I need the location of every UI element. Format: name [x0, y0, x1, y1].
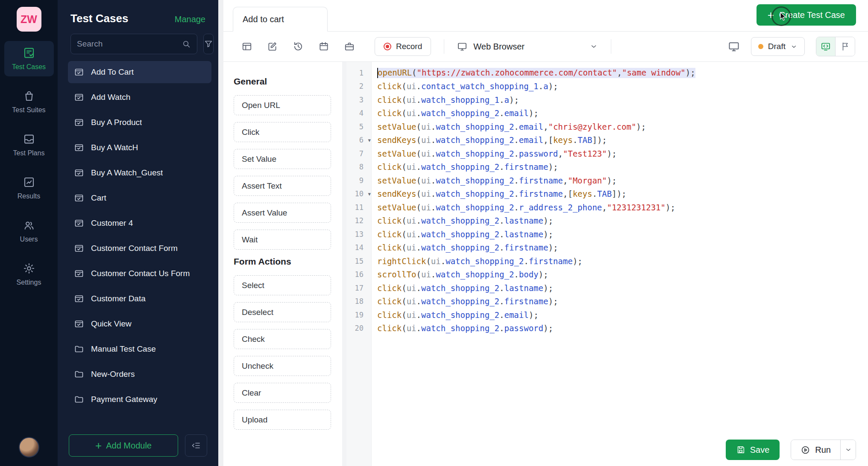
code-line-14[interactable]: 14click(ui.watch_shopping_2.firstname);	[346, 241, 868, 255]
sidebar-item-buy-a-watch[interactable]: Buy A WatcH	[68, 137, 211, 159]
sidebar-footer: + Add Module	[58, 428, 218, 466]
line-number: 17	[346, 284, 371, 292]
code-line-17[interactable]: 17click(ui.watch_shopping_2.lastname);	[346, 281, 868, 295]
toolbar-divider	[444, 39, 444, 54]
test-case-icon	[74, 117, 84, 128]
sidebar-item-new-orders[interactable]: New-Orders	[68, 363, 211, 385]
command-button-select[interactable]: Select	[234, 275, 331, 295]
rail-item-results[interactable]: Results	[4, 170, 54, 206]
code-line-4[interactable]: 4click(ui.watch_shopping_2.email);	[346, 107, 868, 120]
sidebar-item-add-to-cart[interactable]: Add To Cart	[68, 61, 211, 83]
collapse-sidebar-button[interactable]	[185, 434, 207, 457]
command-button-deselect[interactable]: Deselect	[234, 302, 331, 322]
code-line-12[interactable]: 12click(ui.watch_shopping_2.lastname);	[346, 214, 868, 228]
command-button-check[interactable]: Check	[234, 329, 331, 349]
code-text: rightClick(ui.watch_shopping_2.firstname…	[377, 256, 583, 266]
sidebar-item-customer-contact-us-form[interactable]: Customer Contact Us Form	[68, 262, 211, 285]
sidebar-item-customer-contact-form[interactable]: Customer Contact Form	[68, 237, 211, 259]
add-module-button[interactable]: + Add Module	[69, 434, 178, 457]
sidebar-item-manual-test-case[interactable]: Manual Test Case	[68, 338, 211, 360]
sidebar-item-add-watch[interactable]: Add Watch	[68, 86, 211, 108]
rail-item-test-plans[interactable]: Test Plans	[4, 127, 54, 163]
rail-item-settings[interactable]: Settings	[4, 256, 54, 292]
status-dropdown[interactable]: Draft	[751, 37, 805, 56]
code-text: click(ui.contact_watch_shopping_1.a);	[377, 82, 558, 91]
user-avatar[interactable]	[19, 437, 39, 457]
history-icon[interactable]	[293, 41, 304, 52]
test-case-icon	[74, 294, 84, 304]
filter-button[interactable]	[203, 34, 214, 54]
code-line-5[interactable]: 5setValue(ui.watch_shopping_2.email,"chr…	[346, 120, 868, 134]
test-suites-icon	[23, 90, 35, 102]
rail-item-test-cases[interactable]: Test Cases	[4, 41, 54, 76]
command-button-open-url[interactable]: Open URL	[234, 95, 331, 115]
create-test-case-button[interactable]: + Create Test Case	[757, 4, 856, 26]
search-input[interactable]	[77, 39, 182, 49]
command-button-wait[interactable]: Wait	[234, 230, 331, 250]
rail-item-users[interactable]: Users	[4, 213, 54, 249]
code-line-1[interactable]: 1openURL("https://zwatch.zohocommerce.co…	[346, 66, 868, 80]
code-line-2[interactable]: 2click(ui.contact_watch_shopping_1.a);	[346, 80, 868, 93]
edit-icon[interactable]	[267, 41, 278, 52]
code-line-3[interactable]: 3click(ui.watch_shopping_1.a);	[346, 93, 868, 107]
rail-item-label: Test Cases	[12, 63, 46, 71]
fold-arrow-icon[interactable]: ▾	[368, 191, 371, 197]
command-button-click[interactable]: Click	[234, 122, 331, 142]
sidebar-item-customer-data[interactable]: Customer Data	[68, 288, 211, 310]
command-button-set-value[interactable]: Set Value	[234, 149, 331, 169]
sidebar-item-payment-gateway[interactable]: Payment Gateway	[68, 388, 211, 411]
command-button-uncheck[interactable]: Uncheck	[234, 356, 331, 376]
command-button-clear[interactable]: Clear	[234, 383, 331, 403]
sidebar-scrollbar[interactable]	[218, 0, 223, 466]
sidebar-item-label: Customer Contact Us Form	[91, 269, 190, 278]
folder-icon	[74, 394, 84, 405]
code-line-7[interactable]: 7setValue(ui.watch_shopping_2.password,"…	[346, 147, 868, 160]
code-line-11[interactable]: 11setValue(ui.watch_shopping_2.r_address…	[346, 201, 868, 214]
sidebar-item-cart[interactable]: Cart	[68, 187, 211, 209]
code-line-13[interactable]: 13click(ui.watch_shopping_2.lastname);	[346, 227, 868, 241]
code-line-9[interactable]: 9setValue(ui.watch_shopping_2.firstname,…	[346, 174, 868, 187]
code-view-button[interactable]	[816, 37, 836, 56]
filter-icon	[204, 39, 213, 49]
line-number: 18	[346, 297, 371, 306]
run-options-button[interactable]	[840, 440, 856, 460]
browser-select[interactable]: Web Browser	[457, 41, 598, 52]
code-line-6[interactable]: 6▾sendKeys(ui.watch_shopping_2.email,[ke…	[346, 134, 868, 147]
record-button[interactable]: Record	[375, 37, 431, 56]
rail-item-test-suites[interactable]: Test Suites	[4, 84, 54, 119]
code-editor[interactable]: 1openURL("https://zwatch.zohocommerce.co…	[346, 62, 868, 466]
code-line-8[interactable]: 8click(ui.watch_shopping_2.firstname);	[346, 160, 868, 174]
add-module-label: Add Module	[106, 441, 152, 451]
flag-icon	[840, 41, 850, 52]
command-button-assert-value[interactable]: Assert Value	[234, 203, 331, 223]
code-line-15[interactable]: 15rightClick(ui.watch_shopping_2.firstna…	[346, 254, 868, 268]
sidebar-item-buy-a-watch-guest[interactable]: Buy A Watch_Guest	[68, 162, 211, 184]
sidebar-item-quick-view[interactable]: Quick View	[68, 313, 211, 335]
code-line-16[interactable]: 16scrollTo(ui.watch_shopping_2.body);	[346, 268, 868, 282]
command-button-upload[interactable]: Upload	[234, 410, 331, 430]
run-button[interactable]: Run	[791, 440, 840, 460]
command-button-assert-text[interactable]: Assert Text	[234, 176, 331, 196]
test-case-icon	[74, 218, 84, 228]
test-case-icon	[74, 268, 84, 279]
sidebar-item-customer-4[interactable]: Customer 4	[68, 212, 211, 234]
calendar-icon[interactable]	[318, 41, 329, 52]
briefcase-icon[interactable]	[344, 41, 355, 52]
tab-add-to-cart[interactable]: Add to cart	[233, 7, 328, 32]
save-button[interactable]: Save	[726, 440, 780, 460]
commands-scrollbar[interactable]	[342, 62, 346, 466]
manage-link[interactable]: Manage	[175, 15, 205, 24]
code-line-20[interactable]: 20click(ui.watch_shopping_2.password);	[346, 322, 868, 335]
rail-item-label: Users	[20, 236, 38, 243]
app-logo[interactable]: ZW	[17, 7, 41, 32]
sidebar-item-buy-a-product[interactable]: Buy A Product	[68, 111, 211, 134]
fold-arrow-icon[interactable]: ▾	[368, 137, 371, 143]
code-line-10[interactable]: 10▾sendKeys(ui.watch_shopping_2.firstnam…	[346, 187, 868, 201]
chevron-down-icon	[790, 43, 798, 50]
code-text: sendKeys(ui.watch_shopping_2.firstname,[…	[377, 189, 627, 198]
flow-view-button[interactable]	[836, 37, 855, 56]
window-layout-icon[interactable]	[241, 41, 252, 52]
code-line-18[interactable]: 18click(ui.watch_shopping_2.firstname);	[346, 295, 868, 309]
display-icon[interactable]	[728, 41, 740, 52]
code-line-19[interactable]: 19click(ui.watch_shopping_2.email);	[346, 308, 868, 322]
